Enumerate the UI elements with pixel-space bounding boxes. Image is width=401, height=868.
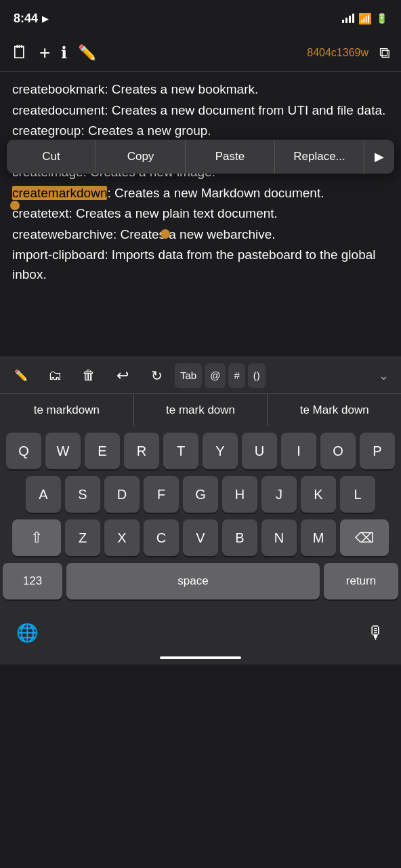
add-button[interactable]: + [39, 42, 50, 64]
content-line-import: import-clipboard: Imports data from the … [12, 245, 389, 284]
backspace-button[interactable]: ⌫ [340, 519, 389, 556]
key-l[interactable]: L [340, 476, 375, 513]
keyboard-row-1: Q W E R T Y U I O P [3, 433, 398, 469]
key-b[interactable]: B [222, 519, 257, 556]
content-after-selected: : Creates a new Markdown document. [107, 186, 324, 200]
context-menu: Cut Copy Paste Replace... ▶ [7, 140, 394, 174]
selection-cursor-left [10, 201, 20, 210]
content-line-createweb: createwebarchive: Creates a new webarchi… [12, 225, 389, 245]
location-icon: ▶ [42, 14, 49, 24]
autocomplete-item-0[interactable]: te markdown [0, 394, 134, 426]
autocomplete-item-1[interactable]: te mark down [134, 394, 268, 426]
replace-button[interactable]: Replace... [275, 140, 364, 174]
key-r[interactable]: R [124, 433, 159, 469]
content-area: createbookmark: Creates a new bookmark. … [0, 72, 401, 357]
key-k[interactable]: K [301, 476, 336, 513]
document-icon[interactable]: 🗒 [11, 42, 28, 63]
shift-button[interactable]: ⇧ [12, 519, 61, 556]
home-indicator-bar [0, 650, 401, 665]
document-id: 8404c1369w [307, 47, 368, 59]
pencil-button[interactable]: ✏️ [5, 362, 37, 389]
wifi-icon: 📶 [358, 12, 372, 25]
key-f[interactable]: F [144, 476, 179, 513]
content-line: creategroup: Creates a new group. [12, 121, 389, 141]
hash-button[interactable]: # [228, 363, 245, 388]
space-button[interactable]: space [66, 563, 320, 599]
status-icons: 📶 🔋 [342, 12, 387, 25]
key-c[interactable]: C [144, 519, 179, 556]
key-u[interactable]: U [242, 433, 277, 469]
key-t[interactable]: T [163, 433, 198, 469]
accessory-chevron-button[interactable]: ⌄ [371, 363, 396, 388]
keyboard-row-4: 123 space return [3, 563, 398, 599]
list-button[interactable]: 🗂 [39, 362, 70, 389]
autocomplete-item-2[interactable]: te Mark down [268, 394, 401, 426]
key-j[interactable]: J [261, 476, 297, 513]
paste-button[interactable]: Paste [186, 140, 275, 174]
key-x[interactable]: X [104, 519, 140, 556]
key-n[interactable]: N [261, 519, 297, 556]
status-bar: 8:44 ▶ 📶 🔋 [0, 0, 401, 34]
content-line: createdocument: Creates a new document f… [12, 101, 389, 121]
selection-cursor-right [161, 229, 170, 239]
toolbar: 🗒 + ℹ ✏️ 8404c1369w ⧉ [0, 34, 401, 72]
tab-button[interactable]: Tab [175, 363, 202, 388]
key-e[interactable]: E [85, 433, 120, 469]
at-button[interactable]: @ [205, 363, 226, 388]
key-o[interactable]: O [320, 433, 356, 469]
bottom-bar: 🌐 🎙 [0, 609, 401, 650]
accessory-bar: ✏️ 🗂 🗑 ↩ ↻ Tab @ # () ⌄ [0, 357, 401, 393]
microphone-button[interactable]: 🎙 [367, 623, 385, 644]
keyboard: Q W E R T Y U I O P A S D F G H J K L ⇧ … [0, 426, 401, 609]
autocomplete-bar: te markdown te mark down te Mark down [0, 393, 401, 426]
home-indicator [160, 656, 241, 659]
content-line-createtext: createtext: Creates a new plain text doc… [12, 204, 389, 224]
context-menu-more-button[interactable]: ▶ [364, 148, 394, 166]
key-a[interactable]: A [26, 476, 61, 513]
selected-text: createmarkdown [12, 186, 107, 200]
undo-button[interactable]: ↩ [107, 362, 138, 389]
trash-button[interactable]: 🗑 [73, 362, 104, 389]
copy-window-button[interactable]: ⧉ [379, 44, 390, 62]
key-p[interactable]: P [360, 433, 395, 469]
key-w[interactable]: W [45, 433, 81, 469]
edit-button[interactable]: ✏️ [78, 44, 96, 62]
globe-button[interactable]: 🌐 [16, 623, 38, 644]
content-line-markdown: createmarkdown: Creates a new Markdown d… [12, 184, 389, 203]
key-z[interactable]: Z [65, 519, 100, 556]
signal-bars [342, 14, 354, 23]
return-button[interactable]: return [324, 563, 398, 599]
key-y[interactable]: Y [203, 433, 238, 469]
parens-button[interactable]: () [248, 363, 266, 388]
key-i[interactable]: I [281, 433, 316, 469]
key-m[interactable]: M [301, 519, 336, 556]
battery-icon: 🔋 [376, 13, 387, 24]
key-d[interactable]: D [104, 476, 140, 513]
copy-button[interactable]: Copy [96, 140, 186, 174]
status-time: 8:44 [14, 12, 38, 26]
keyboard-row-2: A S D F G H J K L [3, 476, 398, 513]
cut-button[interactable]: Cut [7, 140, 96, 174]
keyboard-row-3: ⇧ Z X C V B N M ⌫ [3, 519, 398, 556]
key-g[interactable]: G [183, 476, 218, 513]
info-button[interactable]: ℹ [61, 43, 67, 62]
content-line: createbookmark: Creates a new bookmark. [12, 80, 389, 100]
key-v[interactable]: V [183, 519, 218, 556]
numbers-button[interactable]: 123 [3, 563, 62, 599]
key-h[interactable]: H [222, 476, 257, 513]
redo-button[interactable]: ↻ [141, 362, 172, 389]
key-q[interactable]: Q [6, 433, 41, 469]
key-s[interactable]: S [65, 476, 100, 513]
